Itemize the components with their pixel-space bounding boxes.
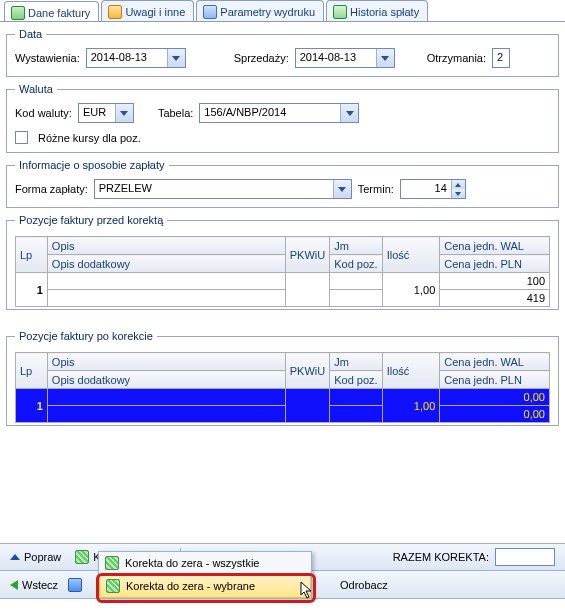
date-wystawienia[interactable]: 2014-08-13 xyxy=(86,48,186,68)
checkbox-rozne-kursy[interactable] xyxy=(15,131,28,144)
tab-dane-faktury[interactable]: Dane faktury xyxy=(4,1,99,22)
date-otrzymania[interactable]: 2 xyxy=(492,48,510,68)
sum-display xyxy=(495,548,555,566)
label-razem-korekta: RAZEM KOREKTA: xyxy=(393,551,489,563)
invoice-data-icon xyxy=(11,6,25,20)
spin-down-icon[interactable] xyxy=(452,189,465,198)
dropdown-icon[interactable] xyxy=(340,104,358,122)
legend-pozycje-przed: Pozycje faktury przed korektą xyxy=(15,214,167,226)
grid-po[interactable]: Lp Opis PKWiU Jm Ilość Cena jedn. WAL Op… xyxy=(15,352,550,423)
select-value: PRZELEW xyxy=(95,180,333,198)
col-jm[interactable]: Jm xyxy=(330,353,382,371)
cell-cena-pln: 0,00 xyxy=(440,406,550,423)
tab-parametry[interactable]: Parametry wydruku xyxy=(196,0,324,21)
col-opis[interactable]: Opis xyxy=(47,353,285,371)
col-cena-pln[interactable]: Cena jedn. PLN xyxy=(440,371,550,389)
cell-lp: 1 xyxy=(16,389,48,423)
label-termin: Termin: xyxy=(358,183,394,195)
select-forma-zaplaty[interactable]: PRZELEW xyxy=(94,179,352,199)
col-opis-dod[interactable]: Opis dodatkowy xyxy=(47,371,285,389)
dropdown-icon[interactable] xyxy=(167,49,185,67)
button-wstecz[interactable]: Wstecz xyxy=(10,579,58,591)
col-pkwiu[interactable]: PKWiU xyxy=(285,353,329,389)
dropdown-icon[interactable] xyxy=(376,49,394,67)
select-value: EUR xyxy=(79,104,115,122)
col-lp[interactable]: Lp xyxy=(16,237,48,273)
label-forma-zaplaty: Forma zapłaty: xyxy=(15,183,88,195)
cell-cena-wal: 0,00 xyxy=(440,389,550,406)
label-rozne-kursy: Różne kursy dla poz. xyxy=(38,132,141,144)
spin-up-icon[interactable] xyxy=(452,180,465,189)
tab-label: Parametry wydruku xyxy=(220,6,315,18)
menu-item-korekta-wszystkie[interactable]: Korekta do zera - wszystkie xyxy=(99,552,311,574)
tab-historia[interactable]: Historia spłaty xyxy=(326,0,428,21)
cell-cena-wal: 100 xyxy=(440,273,550,290)
print-params-icon xyxy=(203,5,217,19)
select-kod-waluty[interactable]: EUR xyxy=(78,103,134,123)
col-pkwiu[interactable]: PKWiU xyxy=(285,237,329,273)
label-odrobacz[interactable]: Odrobacz xyxy=(340,579,388,591)
legend-waluta: Waluta xyxy=(15,83,57,95)
fieldset-waluta: Waluta Kod waluty: EUR Tabela: 156/A/NBP… xyxy=(6,83,559,153)
correction-icon xyxy=(106,579,120,593)
dropdown-icon[interactable] xyxy=(115,104,133,122)
table-row[interactable]: 419 xyxy=(16,290,550,307)
correction-icon xyxy=(75,550,89,564)
col-ilosc[interactable]: Ilość xyxy=(382,237,440,273)
cell-kod-poz xyxy=(330,406,382,423)
col-cena-wal[interactable]: Cena jedn. WAL xyxy=(440,353,550,371)
fieldset-data: Data Wystawienia: 2014-08-13 Sprzedaży: … xyxy=(6,28,559,77)
col-kod-poz[interactable]: Kod poz. xyxy=(330,371,382,389)
menu-item-korekta-wybrane[interactable]: Korekta do zera - wybrane xyxy=(99,574,311,598)
label-wystawienia: Wystawienia: xyxy=(15,52,80,64)
col-ilosc[interactable]: Ilość xyxy=(382,353,440,389)
cell-ilosc: 1,00 xyxy=(382,273,440,307)
correction-icon xyxy=(105,556,119,570)
table-row[interactable]: 1 1,00 100 xyxy=(16,273,550,290)
menu-korekta: Korekta do zera - wszystkie Korekta do z… xyxy=(98,551,312,599)
cell-lp: 1 xyxy=(16,273,48,307)
date-value: 2 xyxy=(493,49,507,67)
select-tabela[interactable]: 156/A/NBP/2014 xyxy=(199,103,359,123)
grid-przed[interactable]: Lp Opis PKWiU Jm Ilość Cena jedn. WAL Op… xyxy=(15,236,550,307)
cell-ilosc: 1,00 xyxy=(382,389,440,423)
col-opis-dod[interactable]: Opis dodatkowy xyxy=(47,255,285,273)
spinner-termin[interactable]: 14 xyxy=(400,179,466,199)
cell-opis xyxy=(47,389,285,406)
col-cena-pln[interactable]: Cena jedn. PLN xyxy=(440,255,550,273)
col-jm[interactable]: Jm xyxy=(330,237,382,255)
label-otrzymania: Otrzymania: xyxy=(427,52,486,64)
fieldset-pozycje-po: Pozycje faktury po korekcie Lp Opis PKWi… xyxy=(6,330,559,426)
col-cena-wal[interactable]: Cena jedn. WAL xyxy=(440,237,550,255)
col-lp[interactable]: Lp xyxy=(16,353,48,389)
table-header-row: Lp Opis PKWiU Jm Ilość Cena jedn. WAL xyxy=(16,353,550,371)
tab-uwagi[interactable]: Uwagi i inne xyxy=(101,0,194,21)
cell-opis-dod xyxy=(47,406,285,423)
button-label: Wstecz xyxy=(22,579,58,591)
button-popraw[interactable]: Popraw xyxy=(10,551,61,563)
button-save[interactable] xyxy=(68,578,82,592)
fieldset-pozycje-przed: Pozycje faktury przed korektą Lp Opis PK… xyxy=(6,214,559,310)
notes-icon xyxy=(108,5,122,19)
table-header-row: Lp Opis PKWiU Jm Ilość Cena jedn. WAL xyxy=(16,237,550,255)
dropdown-icon[interactable] xyxy=(333,180,351,198)
tab-label: Historia spłaty xyxy=(350,6,419,18)
date-sprzedazy[interactable]: 2014-08-13 xyxy=(295,48,395,68)
cell-jm xyxy=(330,389,382,406)
label-tabela: Tabela: xyxy=(158,107,193,119)
col-kod-poz[interactable]: Kod poz. xyxy=(330,255,382,273)
cell-pkwiu xyxy=(285,273,329,307)
legend-data: Data xyxy=(15,28,46,40)
date-value: 2014-08-13 xyxy=(87,49,167,67)
date-value: 2014-08-13 xyxy=(296,49,376,67)
save-icon xyxy=(68,578,82,592)
label-sprzedazy: Sprzedaży: xyxy=(234,52,289,64)
cell-jm xyxy=(330,273,382,290)
arrow-left-icon xyxy=(10,580,18,590)
table-header-row: Opis dodatkowy Kod poz. Cena jedn. PLN xyxy=(16,371,550,389)
table-row[interactable]: 0,00 xyxy=(16,406,550,423)
table-row[interactable]: 1 1,00 0,00 xyxy=(16,389,550,406)
col-opis[interactable]: Opis xyxy=(47,237,285,255)
tab-label: Uwagi i inne xyxy=(125,6,185,18)
tab-bar: Dane faktury Uwagi i inne Parametry wydr… xyxy=(0,0,565,22)
